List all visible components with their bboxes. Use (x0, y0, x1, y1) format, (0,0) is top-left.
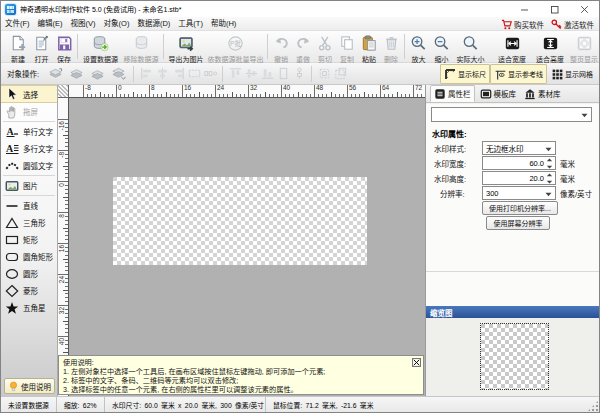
object-toolbar: 对象操作: 显示标尺显示参考线显示网格 (1, 63, 599, 85)
ruler-tick (289, 94, 290, 97)
tool-rounded-rect-tool[interactable]: 圆角矩形 (1, 248, 57, 265)
ruler-tick (248, 85, 249, 97)
width-spinner[interactable]: 60.0 (482, 156, 556, 170)
maximize-button[interactable] (539, 1, 569, 17)
menu-O[interactable]: 对象(O) (100, 17, 134, 31)
dpi-dropdown[interactable]: 300 (482, 186, 556, 200)
window-title: 神奇透明水印制作软件 5.0 (免费试用) - 未命名1.stb* (20, 4, 181, 14)
spinner-buttons[interactable] (546, 158, 554, 169)
activate-software-button[interactable]: 激活软件 (551, 19, 594, 30)
tool-star-tool[interactable]: 五角星 (1, 299, 57, 316)
ruler-tick (63, 352, 68, 353)
menu-T[interactable]: 工具(T) (174, 17, 207, 31)
layer-bottom-icon (69, 66, 84, 81)
ruler-tick (65, 189, 68, 190)
toolbar-open-document[interactable]: 打开 (30, 31, 53, 62)
canvas[interactable] (69, 98, 425, 396)
ruler-tick (65, 185, 68, 186)
toolbar-actual-size[interactable]: 实际大小 (453, 31, 488, 62)
screen-resolution-button[interactable]: 使用屏幕分辨率 (486, 216, 550, 230)
height-spinner[interactable]: 20.0 (482, 171, 556, 185)
tool-label: 直线 (23, 200, 38, 211)
ruler-tick (343, 94, 344, 97)
tab-properties[interactable]: 属性栏 (430, 85, 475, 102)
new-document-icon (9, 34, 28, 53)
tab-templates[interactable]: 模板库 (477, 85, 520, 102)
tool-arc-text[interactable]: 圆弧文字 (1, 157, 57, 174)
batch-export-icon (226, 34, 245, 53)
ruler-tick (63, 259, 68, 260)
ruler-tick (58, 243, 68, 244)
toolbar-fit-width[interactable]: 适合宽度 (494, 31, 530, 62)
tip-line: 2. 标签中的文字、条码、二维码等元素均可以双击修改; (63, 376, 419, 385)
tool-image-tool[interactable]: 图片 (1, 177, 57, 194)
ruler-tick (65, 127, 68, 128)
templates-tab-icon (480, 88, 492, 100)
tool-triangle-tool[interactable]: 三角形 (1, 214, 57, 231)
watermark-document[interactable] (113, 177, 367, 265)
toolbar-new-document[interactable]: 新建 (6, 31, 30, 62)
tool-rect-tool[interactable]: 矩形 (1, 231, 57, 248)
toolbar-paste[interactable]: 粘贴 (358, 31, 380, 62)
rounded-rect-tool-icon (5, 250, 19, 264)
tool-label: 拖屏 (23, 106, 38, 117)
toolbar-export-image[interactable]: 导出为图片 (166, 31, 206, 62)
single-line-text-icon (5, 125, 19, 139)
ruler-tick (368, 94, 369, 97)
close-button[interactable] (569, 1, 599, 17)
export-image-icon (177, 34, 196, 53)
tool-circle-tool[interactable]: 圆形 (1, 265, 57, 282)
printer-resolution-button[interactable]: 使用打印机分辨率... (482, 201, 558, 215)
ruler-tick (58, 336, 68, 337)
toolbar-separator (267, 34, 268, 59)
toggle-guideline[interactable]: 显示参考线 (490, 64, 547, 84)
ruler-tick (65, 340, 68, 341)
watermark-selector-combobox[interactable] (431, 107, 592, 122)
tip-close-button[interactable] (412, 358, 421, 367)
ruler-tick (157, 94, 158, 97)
toolbar-set-datasource[interactable]: 设置数据源 (80, 31, 121, 62)
ruler-tick (190, 94, 191, 97)
toolbar-zoom-out[interactable]: 缩小 (430, 31, 453, 62)
toolbar-zoom-in[interactable]: 放大 (407, 31, 430, 62)
usage-help-button[interactable]: 使用说明 (4, 378, 55, 394)
ruler-tick (273, 94, 274, 97)
main-area: 选择拖屏单行文字多行文字圆弧文字图片直线三角形矩形圆角矩形圆形菱形五角星使用说明… (1, 85, 599, 396)
ruler-tick (65, 251, 68, 252)
style-dropdown[interactable]: 无边框水印 (482, 141, 556, 155)
tool-diamond-tool[interactable]: 菱形 (1, 282, 57, 299)
status-segment-2: 水印尺寸: 60.0 毫米 x 20.0 毫米, 300 像素/英寸 (105, 397, 266, 412)
menu-V[interactable]: 视图(V) (67, 17, 100, 31)
toggle-ruler[interactable]: 显示标尺 (440, 64, 490, 84)
tool-multi-line-text[interactable]: 多行文字 (1, 140, 57, 157)
ruler-tick (388, 94, 389, 97)
menu-D[interactable]: 数据源(D) (133, 17, 174, 31)
ruler-tick (153, 94, 154, 97)
height-label: 水印高度: (434, 173, 466, 184)
menu-H[interactable]: 帮助(H) (207, 17, 240, 31)
ruler-tick (58, 119, 68, 120)
ruler-tick (285, 94, 286, 97)
tool-line-tool[interactable]: 直线 (1, 197, 57, 214)
fit-height-icon (541, 34, 560, 53)
ruler-tick (65, 247, 68, 248)
tool-label: 圆形 (23, 268, 38, 279)
status-text: 水印尺寸: 60.0 毫米 x 20.0 毫米, 300 像素/英寸 (112, 400, 264, 410)
spinner-buttons[interactable] (546, 173, 554, 184)
ruler-tick (65, 131, 68, 132)
tool-single-line-text[interactable]: 单行文字 (1, 123, 57, 140)
tool-select-tool[interactable]: 选择 (1, 85, 57, 103)
ruler-tick (293, 94, 294, 97)
toggle-grid[interactable]: 显示网格 (547, 64, 597, 84)
panel-body: 水印属性: 水印样式: 无边框水印 水印宽度: 60.0 (426, 104, 599, 396)
tab-materials[interactable]: 素材库 (521, 85, 564, 102)
toolbar-save[interactable]: 保存 (53, 31, 75, 62)
toolbar-fit-height[interactable]: 适合高度 (532, 31, 568, 62)
ruler-tick (83, 85, 84, 97)
undo-icon (272, 34, 291, 53)
minimize-button[interactable] (509, 1, 539, 17)
toggle-label: 显示参考线 (508, 69, 543, 79)
menu-E[interactable]: 编辑(E) (34, 17, 67, 31)
menu-F[interactable]: 文件(F) (1, 17, 34, 31)
buy-software-button[interactable]: 购买软件 (501, 19, 544, 30)
